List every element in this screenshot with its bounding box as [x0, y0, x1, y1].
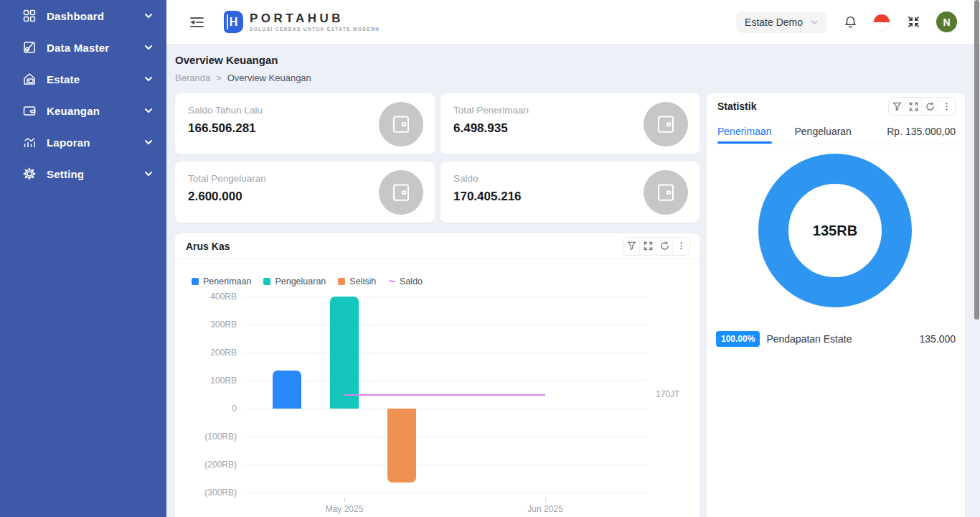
sidebar-item-label: Setting	[47, 168, 143, 180]
breadcrumb-home[interactable]: Beranda	[175, 73, 210, 83]
window-scrollbar[interactable]	[974, 0, 979, 320]
estate-icon	[22, 71, 37, 87]
y-axis-tick-label: 400RB	[179, 292, 237, 302]
sidebar-item-label: Keuangan	[47, 105, 143, 117]
wallet-icon	[379, 170, 423, 215]
x-axis-label: May 2025	[301, 504, 387, 514]
tab-penerimaan[interactable]: Penerimaan	[717, 119, 772, 144]
statistik-title: Statistik	[717, 101, 888, 112]
breadcrumb: Beranda > Overview Keuangan	[175, 73, 311, 83]
gridline	[244, 353, 646, 353]
wallet-icon	[644, 102, 688, 146]
estate-selector-value: Estate Demo	[745, 17, 803, 28]
tab-pengeluaran[interactable]: Pengeluaran	[795, 119, 852, 144]
gridline	[244, 493, 646, 493]
arus-kas-plot: 400RB300RB200RB100RB0(100RB)(200RB)(300R…	[175, 233, 699, 517]
statistik-toolbar	[888, 97, 956, 116]
x-axis-tick	[344, 498, 345, 501]
page-title: Overview Keuangan	[175, 54, 278, 66]
gear-icon	[22, 166, 37, 182]
sidebar-item-data-master[interactable]: Data Master	[0, 32, 166, 63]
sidebar-item-setting[interactable]: Setting	[0, 158, 166, 190]
sidebar-item-label: Dashboard	[47, 10, 143, 22]
chevron-down-icon	[143, 42, 154, 52]
report-icon	[22, 134, 37, 150]
main-content: Overview Keuangan Beranda > Overview Keu…	[166, 45, 980, 517]
estate-selector[interactable]: Estate Demo	[736, 11, 827, 33]
y-axis-tick-label: (200RB)	[179, 460, 237, 470]
y-axis-tick-label: (100RB)	[179, 432, 237, 442]
gridline	[244, 381, 646, 381]
statistik-row-pendapatan-estate[interactable]: 100.00% Pendapatan Estate 135.000	[716, 331, 956, 347]
sidebar-item-dashboard[interactable]: Dashboard	[0, 0, 166, 32]
chevron-down-icon	[143, 74, 154, 84]
y-axis-tick-label: 100RB	[179, 376, 237, 386]
dashboard-icon	[22, 8, 37, 24]
bar-penerimaan-may-2025[interactable]	[273, 371, 301, 409]
statistik-card: Statistik Penerimaan Pengeluaran Rp. 135…	[707, 93, 965, 517]
chevron-down-icon	[143, 11, 154, 21]
chevron-down-icon	[810, 18, 819, 27]
refresh-icon[interactable]	[922, 98, 938, 115]
donut-center-label: 135RB	[758, 154, 912, 307]
saldo-line-series[interactable]	[344, 394, 545, 396]
statistik-amount: Rp. 135.000,00	[887, 126, 956, 137]
y-axis-tick-label: 200RB	[179, 348, 237, 358]
menu-fold-icon[interactable]	[188, 14, 205, 31]
wallet-icon	[644, 170, 688, 215]
y-axis-tick-label: 300RB	[179, 320, 237, 330]
arus-kas-card: Arus Kas PenerimaanPengeluaranSelisih~Sa…	[175, 233, 699, 517]
gridline	[244, 297, 646, 297]
stat-card-total-penerimaan: Total Penerimaan 6.498.935	[440, 93, 699, 154]
sidebar-item-laporan[interactable]: Laporan	[0, 126, 166, 158]
chevron-down-icon	[143, 137, 154, 147]
portahub-logo-icon: H	[224, 11, 243, 33]
bar-pengeluaran-may-2025[interactable]	[330, 297, 359, 409]
stat-card-saldo: Saldo 170.405.216	[440, 162, 699, 223]
chevron-down-icon	[143, 106, 154, 116]
brand-name: PORTAHUB	[250, 12, 380, 25]
brand-tagline: SOLUSI CERDAS UNTUK ESTATE MODERN	[250, 27, 380, 32]
user-avatar[interactable]: N	[936, 11, 957, 32]
sidebar-item-estate[interactable]: Estate	[0, 63, 166, 95]
gridline	[244, 325, 646, 325]
sidebar: Dashboard Data Master Estate Keuangan	[0, 0, 166, 517]
filter-icon[interactable]	[889, 98, 905, 115]
wallet-icon	[379, 102, 423, 146]
stat-card-saldo-tahun-lalu: Saldo Tahun Lalu 166.506.281	[175, 93, 435, 154]
penerimaan-donut-chart[interactable]: 135RB	[758, 154, 912, 307]
wallet-icon	[22, 103, 37, 118]
x-axis-tick	[545, 498, 546, 501]
y-axis-tick-label: 0	[179, 404, 237, 414]
sidebar-item-label: Data Master	[47, 42, 143, 54]
gridline	[244, 465, 646, 465]
y-axis-tick-label: (300RB)	[179, 488, 237, 498]
expand-icon[interactable]	[905, 98, 922, 115]
right-axis-label: 170JT	[656, 389, 679, 399]
indonesia-flag-icon[interactable]	[873, 14, 890, 31]
gridline	[244, 409, 646, 409]
top-header: H PORTAHUB SOLUSI CERDAS UNTUK ESTATE MO…	[166, 0, 980, 45]
sidebar-item-label: Laporan	[47, 136, 143, 149]
stat-card-total-pengeluaran: Total Pengeluaran 2.600.000	[175, 162, 435, 223]
bar-selisih-may-2025[interactable]	[387, 409, 416, 483]
data-master-icon	[22, 39, 37, 55]
gridline	[244, 437, 646, 437]
kebab-menu-icon[interactable]	[938, 98, 955, 115]
breadcrumb-separator: >	[216, 73, 222, 83]
sidebar-item-keuangan[interactable]: Keuangan	[0, 95, 166, 126]
brand-logo[interactable]: H PORTAHUB SOLUSI CERDAS UNTUK ESTATE MO…	[224, 11, 380, 33]
chevron-down-icon	[143, 169, 154, 179]
percent-badge: 100.00%	[716, 331, 760, 347]
compress-icon[interactable]	[905, 14, 922, 31]
bell-icon[interactable]	[842, 14, 859, 31]
breadcrumb-current: Overview Keuangan	[227, 73, 311, 83]
statistik-tabs: Penerimaan Pengeluaran Rp. 135.000,00	[707, 119, 965, 144]
x-axis-label: Jun 2025	[502, 504, 588, 514]
sidebar-item-label: Estate	[47, 73, 143, 85]
statistik-row-value: 135.000	[919, 333, 956, 345]
statistik-row-label: Pendapatan Estate	[766, 333, 919, 345]
